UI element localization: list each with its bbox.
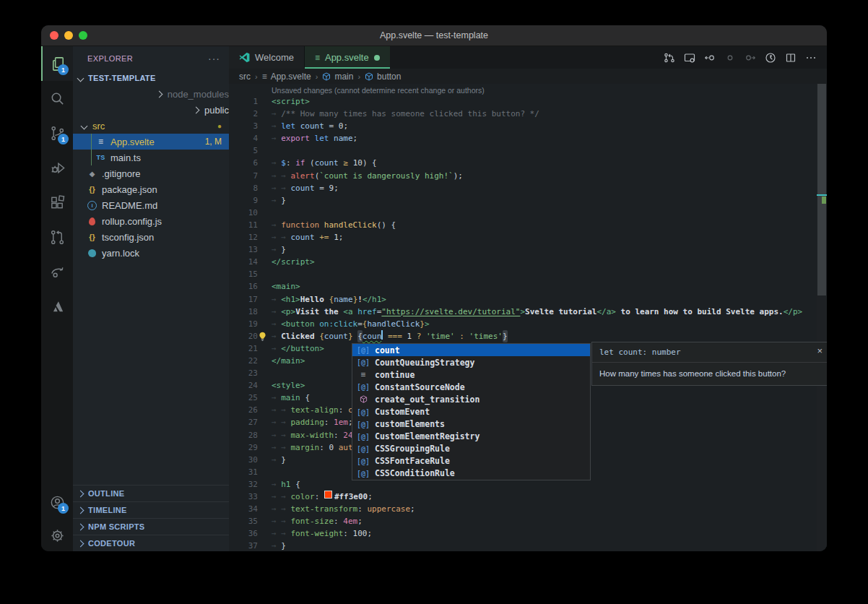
suggest-item-CountQueuingStrategy[interactable]: [@]CountQueuingStrategy (352, 356, 590, 368)
code-line-11[interactable]: 11→ function handleClick() { (229, 219, 827, 231)
previous-change-icon[interactable] (701, 49, 719, 66)
file-row-public[interactable]: public (73, 102, 229, 118)
editor-scrollbar[interactable] (817, 84, 827, 551)
breadcrumb-label: button (377, 72, 401, 82)
scrollbar-slider[interactable] (817, 84, 826, 295)
extensions-icon[interactable] (41, 185, 73, 220)
code-line-1[interactable]: 1<script> (229, 95, 827, 108)
json-file-icon: {} (86, 233, 98, 241)
more-actions-icon[interactable] (802, 49, 820, 66)
code-line-16[interactable]: 16<main> (229, 280, 827, 293)
section-npm-scripts[interactable]: NPM SCRIPTS (73, 518, 229, 535)
suggest-item-continue[interactable]: ≡continue (352, 368, 590, 381)
color-swatch[interactable] (324, 491, 332, 499)
code-line-34[interactable]: 34→ → text-transform: uppercase; (229, 503, 827, 515)
code-line-35[interactable]: 35→ → font-size: 4em; (229, 515, 827, 527)
file-row-yarn.lock[interactable]: yarn.lock (73, 245, 229, 261)
project-root-row[interactable]: TEST-TEMPLATE (73, 70, 229, 86)
line-number: 13 (229, 243, 272, 256)
code-line-14[interactable]: 14</script> (229, 256, 827, 268)
code-line-13[interactable]: 13→ } (229, 243, 827, 256)
suggest-item-count[interactable]: [@]count (352, 344, 590, 356)
code-line-15[interactable]: 15 (229, 268, 827, 280)
code-line-20[interactable]: 20→ Clicked {count} {coun === 1 ? 'time'… (229, 330, 827, 342)
code-editor[interactable]: Unsaved changes (cannot determine recent… (229, 84, 827, 551)
sidebar-explorer: EXPLORER ··· TEST-TEMPLATE node_modulesp… (73, 46, 229, 551)
suggest-item-create_out_transition[interactable]: create_out_transition (352, 393, 590, 405)
symbol-class-icon: [@] (355, 433, 371, 441)
suggest-item-CSSConditionRule[interactable]: [@]CSSConditionRule (352, 467, 590, 480)
tab-app-svelte[interactable]: ≡ App.svelte (305, 46, 390, 69)
section-timeline[interactable]: TIMELINE (73, 501, 229, 518)
file-row-main.ts[interactable]: TSmain.ts (73, 150, 229, 165)
explorer-more-actions[interactable]: ··· (208, 53, 220, 64)
file-row-package.json[interactable]: {}package.json (73, 181, 229, 197)
breadcrumb-item-main[interactable]: main (322, 72, 353, 82)
code-line-9[interactable]: 9→ } (229, 194, 827, 207)
line-number: 10 (229, 207, 272, 219)
source-control-icon[interactable]: 1 (41, 116, 73, 150)
code-line-19[interactable]: 19→ <button on:click={handleClick}> (229, 318, 827, 330)
account-badge: 1 (58, 503, 69, 514)
tab-welcome[interactable]: Welcome (229, 46, 305, 69)
suggest-item-ConstantSourceNode[interactable]: [@]ConstantSourceNode (352, 381, 590, 393)
code-line-18[interactable]: 18→ <p>Visit the <a href="https://svelte… (229, 306, 827, 318)
code-line-4[interactable]: 4→ export let name; (229, 132, 827, 144)
current-change-icon[interactable] (721, 49, 739, 66)
file-row-tsconfig.json[interactable]: {}tsconfig.json (73, 229, 229, 245)
zoom-window-button[interactable] (79, 31, 87, 40)
open-preview-icon[interactable] (681, 49, 698, 66)
breadcrumb-item-src[interactable]: src (239, 72, 251, 82)
next-change-icon[interactable] (742, 49, 759, 66)
file-row-rollup.config.js[interactable]: rollup.config.js (73, 213, 229, 229)
file-row-README.md[interactable]: iREADME.md (73, 197, 229, 213)
chevron-down-icon (77, 74, 84, 82)
file-row-src[interactable]: src● (73, 118, 229, 134)
account-icon[interactable]: 1 (41, 485, 73, 519)
close-icon[interactable]: × (817, 345, 823, 356)
file-row-App.svelte[interactable]: ≡App.svelte1, M (73, 134, 229, 150)
breadcrumb-item-app-svelte[interactable]: ≡App.svelte (262, 72, 311, 82)
code-line-37[interactable]: 37→ } (229, 540, 827, 551)
code-line-33[interactable]: 33→ → color: #ff3e00; (229, 491, 827, 503)
code-line-36[interactable]: 36→ → font-weight: 100; (229, 527, 827, 540)
code-line-10[interactable]: 10 (229, 207, 827, 219)
code-line-8[interactable]: 8→ → count = 9; (229, 182, 827, 194)
code-line-6[interactable]: 6→ $: if (count ≥ 10) { (229, 157, 827, 169)
open-changes-icon[interactable] (661, 49, 678, 66)
timeline-icon[interactable] (762, 49, 779, 66)
search-icon[interactable] (41, 81, 73, 116)
symbol-class-icon: [@] (355, 358, 371, 366)
code-line-3[interactable]: 3→ let count = 0; (229, 120, 827, 132)
suggest-item-CSSFontFaceRule[interactable]: [@]CSSFontFaceRule (352, 455, 590, 467)
suggest-item-CSSGroupingRule[interactable]: [@]CSSGroupingRule (352, 443, 590, 455)
suggest-item-CustomEvent[interactable]: [@]CustomEvent (352, 405, 590, 418)
suggest-widget: [@]count[@]CountQueuingStrategy≡continue… (352, 343, 591, 480)
modified-folder-dot: ● (217, 122, 222, 130)
suggest-item-CustomElementRegistry[interactable]: [@]CustomElementRegistry (352, 431, 590, 443)
settings-gear-icon[interactable] (41, 519, 73, 551)
breadcrumb-item-button[interactable]: button (365, 72, 401, 82)
code-line-5[interactable]: 5 (229, 144, 827, 157)
suggest-item-customElements[interactable]: [@]customElements (352, 418, 590, 431)
live-share-icon[interactable] (41, 254, 73, 289)
github-pr-icon[interactable] (41, 220, 73, 254)
code-line-17[interactable]: 17→ <h1>Hello {name}!</h1> (229, 293, 827, 306)
split-editor-icon[interactable] (782, 49, 799, 66)
line-number: 2 (229, 108, 272, 120)
code-line-12[interactable]: 12→ → count += 1; (229, 231, 827, 243)
explorer-icon[interactable]: 1 (41, 46, 73, 81)
minimize-window-button[interactable] (64, 31, 73, 40)
section-outline[interactable]: OUTLINE (73, 485, 229, 501)
modified-dot-icon[interactable] (374, 55, 380, 61)
file-row-.gitignore[interactable]: ◆.gitignore (73, 165, 229, 181)
close-window-button[interactable] (50, 31, 58, 40)
file-row-node_modules[interactable]: node_modules (73, 86, 229, 102)
suggest-item-label: CustomEvent (375, 407, 430, 417)
code-line-7[interactable]: 7→ → alert(`count is dangerously high!`)… (229, 170, 827, 182)
lightbulb-icon[interactable] (258, 332, 267, 341)
azure-icon[interactable] (41, 289, 73, 324)
code-line-2[interactable]: 2→ /** How many times has someone clicke… (229, 108, 827, 120)
section-codetour[interactable]: CODETOUR (73, 535, 229, 551)
run-debug-icon[interactable] (41, 150, 73, 185)
